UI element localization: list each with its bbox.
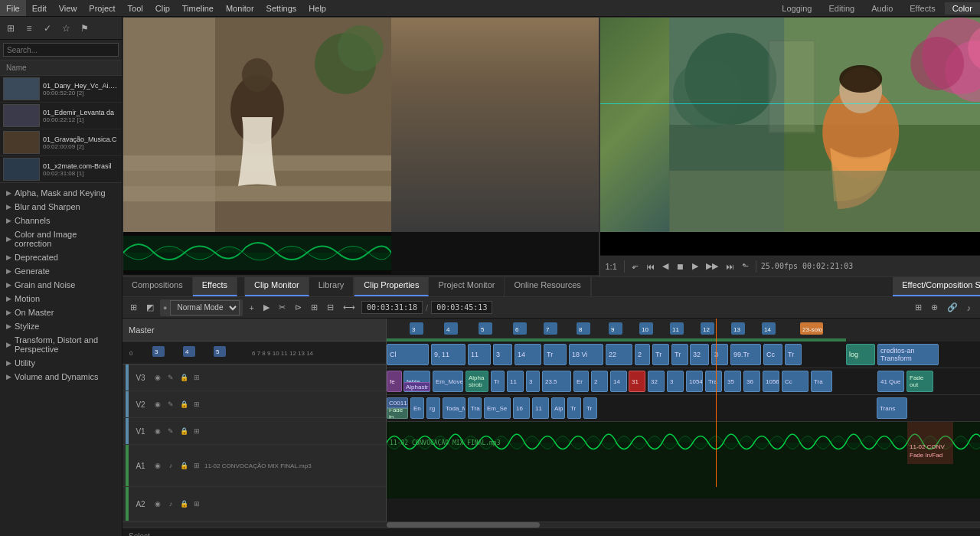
- v3-clip-12[interactable]: 32: [690, 344, 709, 365]
- v3-clip-8[interactable]: 22: [606, 344, 632, 365]
- effect-color[interactable]: ▶Color and Image correction: [0, 227, 122, 250]
- play-right[interactable]: ▶: [690, 261, 701, 271]
- step-fwd-right[interactable]: ⏭: [724, 262, 737, 271]
- tl-grid[interactable]: ⊞: [912, 301, 925, 314]
- a2-mute[interactable]: ♪: [165, 498, 176, 509]
- tl-toggle[interactable]: ◩: [143, 301, 157, 314]
- v3-clip-2[interactable]: 9, 11: [431, 344, 466, 365]
- menu-clip[interactable]: Clip: [149, 0, 176, 16]
- tl-timecode2[interactable]: 00:03:45:13: [431, 301, 492, 314]
- v3-clip-15[interactable]: Cc: [763, 344, 782, 365]
- v2-clip-tr[interactable]: Tr: [491, 371, 505, 392]
- effect-volume[interactable]: ▶Volume and Dynamics: [0, 370, 122, 384]
- bin-item-3[interactable]: 01_Gravação_Musica.C 00:02:00:09 [2]: [0, 129, 122, 156]
- mark-out-right[interactable]: ⬑: [740, 261, 751, 271]
- flag-icon[interactable]: ⚑: [77, 21, 92, 36]
- tl-audio-link[interactable]: ♪: [964, 302, 975, 314]
- effect-stylize[interactable]: ▶Stylize: [0, 319, 122, 333]
- v2-clip-er[interactable]: Er: [573, 371, 589, 392]
- v1-clip-rg[interactable]: rg: [426, 397, 440, 419]
- a1-lock[interactable]: 🔒: [178, 460, 189, 471]
- v3-clip-6[interactable]: Tr: [544, 344, 567, 365]
- v2-clip-tra[interactable]: Tra: [811, 371, 832, 392]
- tab-clip-properties[interactable]: Clip Properties: [354, 277, 429, 296]
- v1-edit[interactable]: ✎: [165, 426, 176, 436]
- tab-project-monitor[interactable]: Project Monitor: [429, 277, 505, 296]
- a1-mute[interactable]: ♪: [165, 460, 176, 471]
- v3-clip-14[interactable]: 99.Tr: [730, 344, 761, 365]
- menu-settings[interactable]: Settings: [260, 0, 303, 16]
- v2-clip-alpha[interactable]: Alpha strob: [466, 371, 488, 392]
- effect-channels[interactable]: ▶Channels: [0, 214, 122, 227]
- v2-snap[interactable]: ⊞: [191, 399, 202, 410]
- v2-clip-23[interactable]: 23.5: [542, 371, 571, 392]
- tab-compositions[interactable]: Compositions: [122, 277, 193, 296]
- tab-effects[interactable]: Effects: [193, 277, 237, 296]
- mark-in-right[interactable]: ⬐: [629, 261, 641, 271]
- check-icon[interactable]: ✓: [40, 21, 55, 36]
- v2-clip-3b[interactable]: 3: [667, 371, 684, 392]
- v2-clip-tr2[interactable]: Tra: [705, 371, 722, 392]
- v2-clip-31[interactable]: 31: [629, 371, 645, 392]
- effect-alpha[interactable]: ▶Alpha, Mask and Keying: [0, 186, 122, 200]
- menu-timeline[interactable]: Timeline: [176, 0, 220, 16]
- play-back-right[interactable]: ◀: [660, 261, 671, 271]
- v1-lock[interactable]: 🔒: [178, 426, 189, 436]
- menu-edit[interactable]: Edit: [26, 0, 53, 16]
- tab-effect-stack[interactable]: Effect/Composition Stack: [893, 277, 980, 296]
- effect-grain[interactable]: ▶Grain and Noise: [0, 278, 122, 292]
- ws-tab-editing[interactable]: Editing: [821, 2, 862, 15]
- menu-view[interactable]: View: [53, 0, 83, 16]
- v1-clip-en[interactable]: En: [410, 397, 424, 419]
- tl-link[interactable]: 🔗: [944, 301, 961, 314]
- v3-clip-13[interactable]: 3: [711, 344, 728, 365]
- effect-transform[interactable]: ▶Transform, Distort and Perspective: [0, 333, 122, 356]
- v2-clip-35[interactable]: 35: [724, 371, 741, 392]
- v1-clip-em[interactable]: Em_Se: [484, 397, 511, 419]
- tl-overwrite[interactable]: ⊞: [308, 301, 321, 314]
- v2-clip-1054[interactable]: 1054: [686, 371, 703, 392]
- v2-clip-cc[interactable]: Cc: [782, 371, 808, 392]
- v3-snap[interactable]: ⊞: [191, 372, 202, 383]
- tl-play-icon[interactable]: ▶: [260, 301, 273, 314]
- v3-clip-11[interactable]: Tr: [671, 344, 688, 365]
- bin-item-4[interactable]: 01_x2mate.com-Brasil 00:02:31:08 [1]: [0, 156, 122, 183]
- v2-enable[interactable]: ◉: [152, 399, 163, 410]
- a1-enable[interactable]: ◉: [152, 460, 163, 471]
- effect-onmaster[interactable]: ▶On Master: [0, 306, 122, 319]
- tl-keyframe[interactable]: ◆: [977, 301, 980, 314]
- v3-edit[interactable]: ✎: [165, 372, 176, 383]
- v1-clip-16[interactable]: 16: [513, 397, 530, 419]
- tl-extract[interactable]: ⊟: [324, 301, 337, 314]
- v2-clip-2[interactable]: 2: [591, 371, 608, 392]
- v3-clip-10[interactable]: Tr: [652, 344, 669, 365]
- v1-clip-11b[interactable]: 11: [532, 397, 549, 419]
- v3-clip-4[interactable]: 3: [493, 344, 512, 365]
- a2-snap[interactable]: ⊞: [191, 498, 202, 509]
- v1-enable[interactable]: ◉: [152, 426, 163, 436]
- play-fwd-right[interactable]: ▶▶: [704, 261, 720, 271]
- v3-clip-16[interactable]: Tr: [785, 344, 802, 365]
- effect-blur[interactable]: ▶Blur and Sharpen: [0, 200, 122, 214]
- a1-snap[interactable]: ⊞: [191, 460, 202, 471]
- ws-tab-color[interactable]: Color: [945, 2, 980, 15]
- v2-clip-1056[interactable]: 1056: [763, 371, 779, 392]
- v2-lock[interactable]: 🔒: [178, 399, 189, 410]
- ws-tab-logging[interactable]: Logging: [774, 2, 819, 15]
- grid-icon[interactable]: ⊞: [3, 21, 18, 36]
- v3-enable[interactable]: ◉: [152, 372, 163, 383]
- clips-area[interactable]: 3 4 5 6 7 8 9 10 11 12 13: [387, 319, 980, 521]
- v2-clip-14[interactable]: 14: [610, 371, 627, 392]
- effect-deprecated[interactable]: ▶Deprecated: [0, 250, 122, 264]
- effect-generate[interactable]: ▶Generate: [0, 264, 122, 278]
- v2-clip-3[interactable]: 3: [526, 371, 540, 392]
- star-icon[interactable]: ☆: [58, 21, 74, 36]
- v1-clip-toda[interactable]: Toda_Musica: [443, 397, 466, 419]
- v2-clip-fe[interactable]: fe: [387, 371, 402, 392]
- menu-project[interactable]: Project: [83, 0, 121, 16]
- tl-insert[interactable]: ⊳: [292, 301, 305, 314]
- tab-library[interactable]: Library: [309, 277, 354, 296]
- bin-item-1[interactable]: 01_Dany_Hey_Vc_Ai.MP4 00:00:52:20 [2]: [0, 76, 122, 103]
- menu-help[interactable]: Help: [302, 0, 332, 16]
- a2-lock[interactable]: 🔒: [178, 498, 189, 509]
